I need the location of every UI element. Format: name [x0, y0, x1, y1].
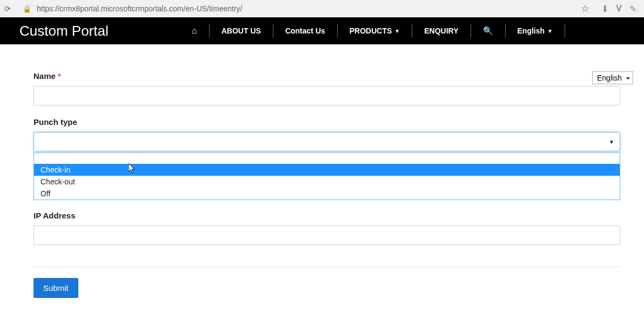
- name-label: Name *: [33, 71, 620, 81]
- nav-enquiry[interactable]: ENQUIRY: [412, 24, 471, 38]
- bookmark-star-icon[interactable]: ☆: [581, 3, 589, 15]
- punch-option-checkout[interactable]: Check-out: [34, 176, 620, 188]
- browser-extension-icons: ⬇ V ✎: [601, 4, 640, 14]
- punch-type-select[interactable]: ▼: [33, 132, 620, 151]
- extension-icon-3[interactable]: ✎: [629, 4, 636, 14]
- punch-type-dropdown: Check-in Check-out Off: [33, 152, 620, 200]
- punch-type-select-wrapper: ▼ Check-in Check-out Off: [33, 132, 620, 151]
- chevron-down-icon: ▼: [547, 28, 553, 34]
- browser-chrome: ⟳ 🔒 https://crmx8portal.microsoftcrmport…: [0, 0, 644, 17]
- url-text: https://crmx8portal.microsoftcrmportals.…: [37, 4, 575, 13]
- address-bar[interactable]: 🔒 https://crmx8portal.microsoftcrmportal…: [16, 1, 596, 16]
- form-group-ip: IP Address: [33, 211, 620, 245]
- nav-language-label: English: [518, 26, 545, 35]
- ip-label: IP Address: [33, 211, 620, 220]
- punch-option-checkin[interactable]: Check-in: [34, 164, 620, 176]
- form-divider: [33, 267, 620, 267]
- form-group-name: Name *: [33, 71, 620, 105]
- submit-button[interactable]: Submit: [33, 278, 78, 298]
- nav-enquiry-label: ENQUIRY: [424, 26, 458, 35]
- home-icon: ⌂: [192, 26, 197, 36]
- punch-type-label: Punch type: [33, 117, 620, 127]
- brand-title[interactable]: Custom Portal: [19, 23, 109, 39]
- punch-option-checkout-label: Check-out: [41, 177, 75, 186]
- nav-search[interactable]: 🔍: [471, 24, 506, 38]
- punch-option-checkin-label: Check-in: [41, 165, 70, 174]
- punch-option-off-label: Off: [41, 189, 50, 198]
- name-label-text: Name: [33, 71, 56, 81]
- chevron-down-icon: ▼: [394, 28, 400, 34]
- nav-items: ⌂ ABOUT US Contact Us PRODUCTS ▼ ENQUIRY…: [180, 17, 625, 44]
- name-input[interactable]: [33, 86, 620, 105]
- nav-about[interactable]: ABOUT US: [210, 24, 273, 38]
- punch-option-off[interactable]: Off: [34, 188, 620, 200]
- nav-products[interactable]: PRODUCTS ▼: [338, 24, 412, 38]
- lock-icon: 🔒: [23, 5, 31, 13]
- page-content: English Name * Punch type ▼ Check-in Che…: [0, 44, 644, 298]
- main-navbar: Custom Portal ⌂ ABOUT US Contact Us PROD…: [0, 17, 644, 44]
- chevron-down-icon: ▼: [609, 139, 614, 145]
- nav-products-label: PRODUCTS: [350, 26, 392, 35]
- submit-button-label: Submit: [43, 283, 69, 293]
- page-language-select[interactable]: English: [592, 71, 633, 84]
- search-icon: 🔍: [483, 26, 493, 36]
- form-group-punch-type: Punch type ▼ Check-in Check-out Off: [33, 117, 620, 151]
- nav-about-label: ABOUT US: [222, 26, 261, 35]
- nav-contact[interactable]: Contact Us: [273, 24, 338, 38]
- nav-contact-label: Contact Us: [285, 26, 325, 35]
- required-asterisk: *: [58, 71, 61, 81]
- extension-icon-1[interactable]: ⬇: [601, 4, 608, 14]
- reload-icon[interactable]: ⟳: [4, 4, 11, 13]
- ip-input[interactable]: [33, 225, 620, 245]
- punch-option-empty[interactable]: [34, 153, 620, 164]
- user-redacted: [575, 25, 613, 36]
- nav-home[interactable]: ⌂: [180, 24, 210, 38]
- nav-language[interactable]: English ▼: [506, 24, 565, 38]
- time-entry-form: Name * Punch type ▼ Check-in Check-out O…: [33, 71, 620, 298]
- nav-user[interactable]: [565, 24, 625, 38]
- extension-icon-2[interactable]: V: [616, 4, 622, 14]
